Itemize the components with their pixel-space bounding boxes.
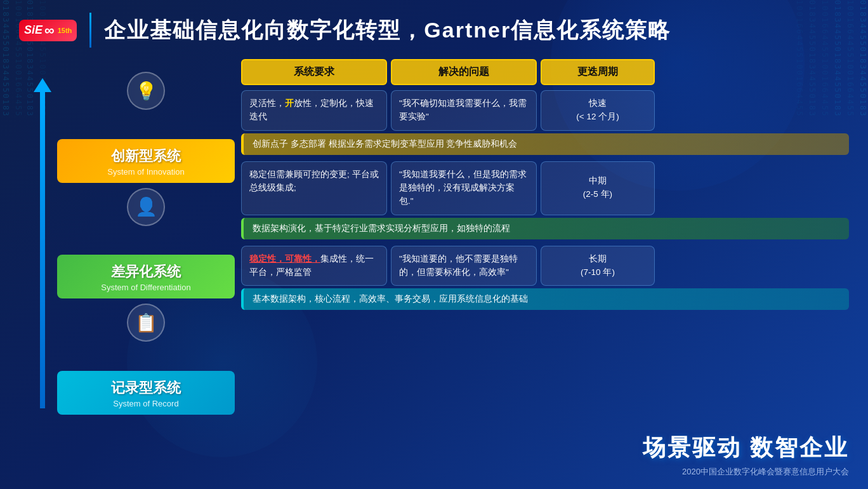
differentiation-problem-cell: "我知道我要什么，但是我的需求是独特的，没有现成解决方案包." bbox=[391, 161, 537, 215]
record-en: System of Record bbox=[63, 399, 228, 408]
differentiation-label-box: 差异化系统 System of Differentiation bbox=[57, 255, 235, 298]
record-req-cell: 稳定性，可靠性，集成性，统一平台，严格监管 bbox=[241, 246, 387, 286]
differentiation-req-cell: 稳定但需兼顾可控的变更; 平台或总线级集成; bbox=[241, 161, 387, 215]
innovation-en: System of Innovation bbox=[63, 167, 228, 177]
innovation-req-cell: 灵活性，开放性，定制化，快速迭代 bbox=[241, 90, 387, 131]
record-problem-cell: "我知道要的，他不需要是独特的，但需要标准化，高效率" bbox=[391, 246, 537, 286]
col-header-cycle: 更迭周期 bbox=[541, 59, 655, 85]
record-label-box: 记录型系统 System of Record bbox=[57, 371, 235, 415]
system-record: 📋 记录型系统 System of Record bbox=[57, 304, 235, 415]
footer-slogan: 场景驱动 数智企业 bbox=[643, 432, 849, 464]
differentiation-en: System of Differentiation bbox=[63, 283, 228, 292]
innovation-highlight: 创新点子 多态部署 根据业务需求定制变革型应用 竞争性威胁和机会 bbox=[241, 133, 849, 155]
pyramid-area: 💡 创新型系统 System of Innovation 👤 差异化系统 Sys… bbox=[19, 59, 235, 427]
system-innovation: 💡 创新型系统 System of Innovation bbox=[57, 72, 235, 183]
differentiation-cycle-cell: 中期(2-5 年) bbox=[541, 161, 655, 215]
record-cycle-cell: 长期(7-10 年) bbox=[541, 246, 655, 286]
differentiation-row-section: 稳定但需兼顾可控的变更; 平台或总线级集成; "我知道我要什么，但是我的需求是独… bbox=[235, 161, 849, 243]
record-req-red1: 稳定性，可靠性， bbox=[249, 254, 320, 264]
table-area: 系统要求 解决的问题 更迭周期 灵活性，开放性，定制化，快速迭代 "我不确切知道… bbox=[235, 59, 849, 316]
innovation-cn: 创新型系统 bbox=[63, 147, 228, 166]
logo-box: SiE ∞ 15th bbox=[19, 20, 77, 41]
record-data-row: 稳定性，可靠性，集成性，统一平台，严格监管 "我知道要的，他不需要是独特的，但需… bbox=[241, 246, 849, 286]
system-differentiation: 👤 差异化系统 System of Differentiation bbox=[57, 188, 235, 299]
record-highlight: 基本数据架构，核心流程，高效率、事务交易，应用系统信息化的基础 bbox=[241, 288, 849, 310]
header: SiE ∞ 15th 企业基础信息化向数字化转型，Gartner信息化系统策略 bbox=[19, 13, 849, 48]
record-icon: 📋 bbox=[127, 304, 165, 342]
column-headers: 系统要求 解决的问题 更迭周期 bbox=[241, 59, 849, 85]
logo-infinity: ∞ bbox=[44, 22, 55, 39]
innovation-icon: 💡 bbox=[127, 72, 165, 110]
header-divider bbox=[89, 13, 91, 48]
main-content: SiE ∞ 15th 企业基础信息化向数字化转型，Gartner信息化系统策略 … bbox=[0, 0, 868, 489]
arrow-body bbox=[40, 92, 45, 408]
logo-sie: SiE bbox=[24, 23, 43, 37]
innovation-problem-cell: "我不确切知道我需要什么，我需要实验" bbox=[391, 90, 537, 131]
bold-open-text: 开 bbox=[285, 98, 294, 108]
footer-right: 场景驱动 数智企业 2020中国企业数字化峰会暨赛意信息用户大会 bbox=[643, 432, 849, 478]
innovation-data-row: 灵活性，开放性，定制化，快速迭代 "我不确切知道我需要什么，我需要实验" 快速(… bbox=[241, 90, 849, 131]
arrow-head bbox=[34, 78, 51, 92]
content-area: 💡 创新型系统 System of Innovation 👤 差异化系统 Sys… bbox=[19, 59, 849, 427]
innovation-row-section: 灵活性，开放性，定制化，快速迭代 "我不确切知道我需要什么，我需要实验" 快速(… bbox=[235, 90, 849, 159]
rows-container: 灵活性，开放性，定制化，快速迭代 "我不确切知道我需要什么，我需要实验" 快速(… bbox=[235, 90, 849, 316]
record-cn: 记录型系统 bbox=[63, 378, 228, 398]
innovation-cycle-cell: 快速(< 12 个月) bbox=[541, 90, 655, 131]
differentiation-icon: 👤 bbox=[127, 188, 165, 226]
up-arrow bbox=[37, 78, 48, 408]
differentiation-cn: 差异化系统 bbox=[63, 262, 228, 281]
footer-subtitle: 2020中国企业数字化峰会暨赛意信息用户大会 bbox=[643, 466, 849, 478]
logo-15th: 15th bbox=[58, 27, 72, 34]
footer-area: 场景驱动 数智企业 2020中国企业数字化峰会暨赛意信息用户大会 bbox=[19, 432, 849, 478]
page-title: 企业基础信息化向数字化转型，Gartner信息化系统策略 bbox=[104, 16, 671, 45]
col-header-req: 系统要求 bbox=[241, 59, 387, 85]
logo-area: SiE ∞ 15th bbox=[19, 20, 77, 41]
innovation-label-box: 创新型系统 System of Innovation bbox=[57, 139, 235, 183]
record-row-section: 稳定性，可靠性，集成性，统一平台，严格监管 "我知道要的，他不需要是独特的，但需… bbox=[235, 246, 849, 314]
systems-stack: 💡 创新型系统 System of Innovation 👤 差异化系统 Sys… bbox=[57, 72, 235, 415]
col-header-problem: 解决的问题 bbox=[391, 59, 537, 85]
differentiation-highlight: 数据架构演化，基于特定行业需求实现分析型应用，如独特的流程 bbox=[241, 218, 849, 239]
differentiation-data-row: 稳定但需兼顾可控的变更; 平台或总线级集成; "我知道我要什么，但是我的需求是独… bbox=[241, 161, 849, 215]
